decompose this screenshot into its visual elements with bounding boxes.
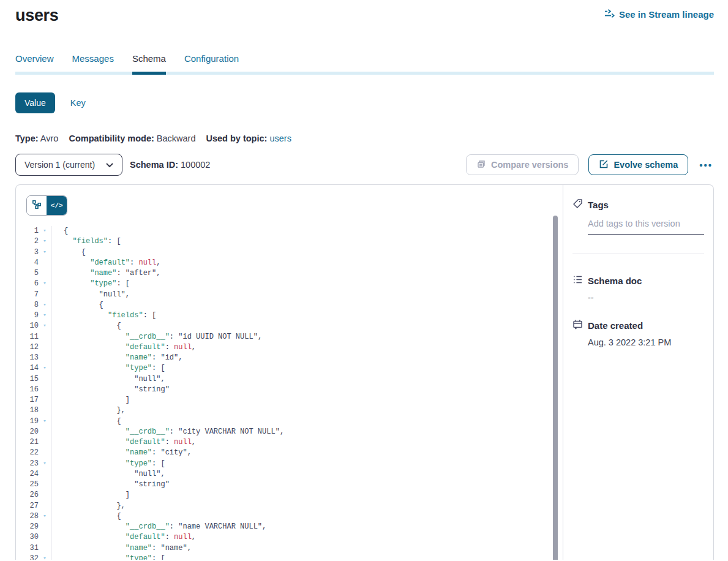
- code-text: "name": "city",: [51, 448, 563, 458]
- fold-arrow-icon[interactable]: ▾: [39, 226, 51, 236]
- see-in-stream-lineage-link[interactable]: See in Stream lineage: [604, 9, 714, 20]
- add-tags-input[interactable]: [588, 219, 704, 235]
- code-line: 18 },: [16, 405, 563, 416]
- code-text: "default": null,: [51, 342, 563, 353]
- code-line: 8▾ {: [16, 300, 563, 311]
- line-number: 17: [23, 395, 39, 405]
- line-number: 32: [23, 554, 39, 560]
- code-text: "type": [: [51, 363, 563, 374]
- more-actions-menu[interactable]: •••: [698, 160, 714, 170]
- version-select-value: Version 1 (current): [24, 160, 95, 170]
- code-line: 7 "null",: [16, 290, 563, 300]
- stream-lineage-icon: [604, 9, 615, 20]
- code-text: "fields": [: [51, 236, 563, 247]
- sidebar-divider: [572, 254, 704, 254]
- fold-arrow-icon[interactable]: ▾: [39, 300, 51, 311]
- fold-arrow-icon[interactable]: ▾: [39, 511, 51, 522]
- code-view-toolbar: </>: [16, 185, 563, 216]
- code-text: "string": [51, 480, 563, 490]
- code-line: 5 "name": "after",: [16, 268, 563, 279]
- topic-label: Used by topic:: [206, 134, 267, 143]
- fold-arrow-icon[interactable]: ▾: [39, 279, 51, 289]
- code-text: {: [51, 300, 563, 311]
- tab-configuration[interactable]: Configuration: [184, 53, 239, 72]
- code-text: "name": "id",: [51, 353, 563, 363]
- code-view-button[interactable]: </>: [47, 196, 67, 215]
- code-view-icon: </>: [51, 202, 63, 209]
- fold-spacer: [39, 268, 51, 279]
- line-number: 2: [23, 236, 39, 247]
- evolve-schema-icon: [599, 159, 609, 171]
- chevron-down-icon: [106, 160, 113, 170]
- fold-arrow-icon[interactable]: ▾: [39, 236, 51, 247]
- view-mode-segmented-control: </>: [26, 195, 67, 216]
- fold-arrow-icon[interactable]: ▾: [39, 416, 51, 427]
- code-line: 22 "name": "city",: [16, 448, 563, 458]
- version-bar: Version 1 (current) Schema ID: 100002: [15, 154, 714, 176]
- line-number: 5: [23, 268, 39, 279]
- code-line: 30 "default": null,: [16, 532, 563, 543]
- tab-bar: Overview Messages Schema Configuration: [15, 53, 714, 72]
- stream-lineage-label: See in Stream lineage: [619, 9, 714, 20]
- evolve-schema-button[interactable]: Evolve schema: [588, 154, 688, 175]
- tab-overview[interactable]: Overview: [15, 53, 54, 72]
- compat-label: Compatibility mode:: [69, 134, 154, 143]
- schema-id-value: 100002: [181, 160, 210, 170]
- tree-view-button[interactable]: [27, 196, 47, 215]
- code-line: 32▾ "type": [: [16, 554, 563, 560]
- line-number: 30: [23, 532, 39, 543]
- fold-spacer: [39, 480, 51, 490]
- fold-spacer: [39, 469, 51, 480]
- code-line: 11 "__crdb__": "id UUID NOT NULL",: [16, 332, 563, 342]
- code-line: 1▾{: [16, 226, 563, 236]
- code-text: "__crdb__": "name VARCHAR NULL",: [51, 522, 563, 532]
- value-toggle-button[interactable]: Value: [15, 92, 55, 113]
- fold-spacer: [39, 290, 51, 300]
- fold-spacer: [39, 332, 51, 342]
- code-text: "name": "name",: [51, 543, 563, 554]
- code-text: },: [51, 405, 563, 416]
- compare-versions-icon: [476, 159, 486, 171]
- code-text: "__crdb__": "id UUID NOT NULL",: [51, 332, 563, 342]
- line-number: 26: [23, 490, 39, 500]
- fold-arrow-icon[interactable]: ▾: [39, 554, 51, 560]
- line-number: 10: [23, 321, 39, 331]
- code-line: 20 "__crdb__": "city VARCHAR NOT NULL",: [16, 427, 563, 437]
- tab-messages[interactable]: Messages: [72, 53, 114, 72]
- schema-detail-panel: </> 1▾{2▾ "fields": [3▾ {4 "default": nu…: [15, 184, 714, 560]
- compare-versions-button[interactable]: Compare versions: [466, 154, 579, 175]
- code-line: 12 "default": null,: [16, 342, 563, 353]
- fold-spacer: [39, 353, 51, 363]
- line-number: 19: [23, 416, 39, 427]
- code-text: {: [51, 416, 563, 427]
- code-line: 10▾ {: [16, 321, 563, 331]
- code-text: "string": [51, 385, 563, 395]
- key-toggle-link[interactable]: Key: [70, 98, 86, 108]
- tag-icon: [572, 198, 583, 211]
- topic-link[interactable]: users: [269, 134, 291, 143]
- fold-arrow-icon[interactable]: ▾: [39, 311, 51, 321]
- code-scrollbar[interactable]: [553, 216, 558, 560]
- fold-arrow-icon[interactable]: ▾: [39, 363, 51, 374]
- line-number: 16: [23, 385, 39, 395]
- schema-type: Type: Avro: [15, 134, 58, 143]
- tab-schema[interactable]: Schema: [132, 53, 166, 72]
- code-text: "type": [: [51, 554, 563, 560]
- line-number: 1: [23, 226, 39, 236]
- schema-doc-value: --: [588, 293, 704, 303]
- code-text: {: [51, 321, 563, 331]
- line-number: 18: [23, 405, 39, 416]
- type-label: Type:: [15, 134, 39, 143]
- code-line: 16 "string": [16, 385, 563, 395]
- code-text: ]: [51, 395, 563, 405]
- fold-spacer: [39, 501, 51, 511]
- fold-arrow-icon[interactable]: ▾: [39, 321, 51, 331]
- calendar-add-icon: [572, 319, 583, 331]
- code-line: 17 ]: [16, 395, 563, 405]
- fold-arrow-icon[interactable]: ▾: [39, 247, 51, 258]
- fold-arrow-icon[interactable]: ▾: [39, 459, 51, 469]
- line-number: 6: [23, 279, 39, 289]
- version-select[interactable]: Version 1 (current): [15, 154, 122, 176]
- line-number: 22: [23, 448, 39, 458]
- code-text: "type": [: [51, 459, 563, 469]
